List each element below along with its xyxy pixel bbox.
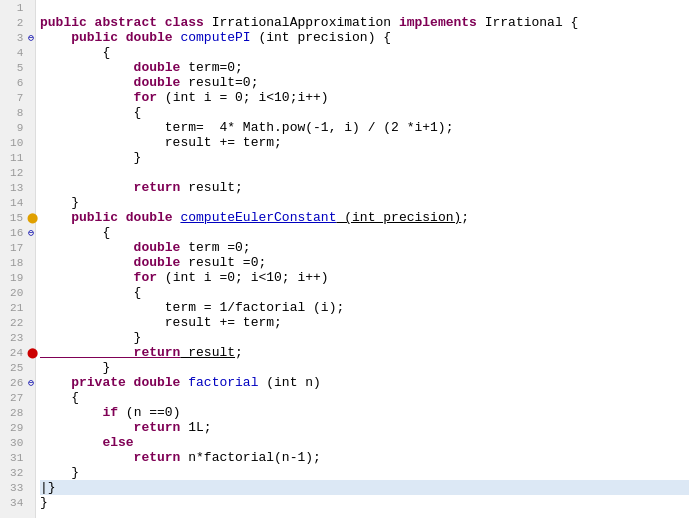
code-line-6: double result=0; [40, 75, 689, 90]
gutter-row-2: 2 [0, 15, 35, 30]
code-line-1 [40, 0, 689, 15]
line-number-6: 6 [0, 77, 27, 89]
gutter-row-9: 9 [0, 120, 35, 135]
gutter-row-18: 18 [0, 255, 35, 270]
code-line-21: term = 1/factorial (i); [40, 300, 689, 315]
code-line-33: |} [40, 480, 689, 495]
fold-icon-24: ⬤ [27, 347, 35, 359]
code-line-4: { [40, 45, 689, 60]
code-line-19: for (int i =0; i<10; i++) [40, 270, 689, 285]
line-number-28: 28 [0, 407, 27, 419]
code-line-27: { [40, 390, 689, 405]
code-editor: 123⊖456789101112131415⬤16⊖17181920212223… [0, 0, 689, 518]
gutter-row-14: 14 [0, 195, 35, 210]
line-number-12: 12 [0, 167, 27, 179]
line-number-31: 31 [0, 452, 27, 464]
line-number-16: 16 [0, 227, 27, 239]
gutter-row-4: 4 [0, 45, 35, 60]
gutter-row-10: 10 [0, 135, 35, 150]
gutter-row-19: 19 [0, 270, 35, 285]
line-number-2: 2 [0, 17, 27, 29]
gutter-row-24: 24⬤ [0, 345, 35, 360]
gutter-row-29: 29 [0, 420, 35, 435]
line-number-21: 21 [0, 302, 27, 314]
line-number-10: 10 [0, 137, 27, 149]
code-line-31: return n*factorial(n-1); [40, 450, 689, 465]
line-number-13: 13 [0, 182, 27, 194]
gutter-row-21: 21 [0, 300, 35, 315]
code-content-area[interactable]: public abstract class IrrationalApproxim… [36, 0, 689, 518]
gutter-row-30: 30 [0, 435, 35, 450]
gutter-row-28: 28 [0, 405, 35, 420]
line-number-7: 7 [0, 92, 27, 104]
code-line-5: double term=0; [40, 60, 689, 75]
line-number-25: 25 [0, 362, 27, 374]
code-line-15: public double computeEulerConstant (int … [40, 210, 689, 225]
gutter-row-23: 23 [0, 330, 35, 345]
gutter-row-3: 3⊖ [0, 30, 35, 45]
line-number-1: 1 [0, 2, 27, 14]
gutter-row-20: 20 [0, 285, 35, 300]
line-number-33: 33 [0, 482, 27, 494]
line-number-30: 30 [0, 437, 27, 449]
code-line-34: } [40, 495, 689, 510]
gutter-row-26: 26⊖ [0, 375, 35, 390]
gutter-row-1: 1 [0, 0, 35, 15]
code-line-18: double result =0; [40, 255, 689, 270]
code-line-10: result += term; [40, 135, 689, 150]
gutter-row-12: 12 [0, 165, 35, 180]
code-line-9: term= 4* Math.pow(-1, i) / (2 *i+1); [40, 120, 689, 135]
code-line-8: { [40, 105, 689, 120]
code-line-11: } [40, 150, 689, 165]
code-line-32: } [40, 465, 689, 480]
line-number-27: 27 [0, 392, 27, 404]
code-line-20: { [40, 285, 689, 300]
gutter-row-16: 16⊖ [0, 225, 35, 240]
code-line-30: else [40, 435, 689, 450]
code-line-25: } [40, 360, 689, 375]
line-number-24: 24 [0, 347, 27, 359]
gutter-row-7: 7 [0, 90, 35, 105]
line-number-34: 34 [0, 497, 27, 509]
gutter-row-22: 22 [0, 315, 35, 330]
gutter-row-31: 31 [0, 450, 35, 465]
code-line-12 [40, 165, 689, 180]
gutter-row-33: 33 [0, 480, 35, 495]
line-number-3: 3 [0, 32, 27, 44]
code-line-26: private double factorial (int n) [40, 375, 689, 390]
code-line-16: { [40, 225, 689, 240]
line-number-19: 19 [0, 272, 27, 284]
line-number-22: 22 [0, 317, 27, 329]
line-number-9: 9 [0, 122, 27, 134]
line-number-32: 32 [0, 467, 27, 479]
line-number-8: 8 [0, 107, 27, 119]
line-number-20: 20 [0, 287, 27, 299]
gutter-row-8: 8 [0, 105, 35, 120]
code-line-22: result += term; [40, 315, 689, 330]
line-number-23: 23 [0, 332, 27, 344]
gutter-row-27: 27 [0, 390, 35, 405]
code-line-7: for (int i = 0; i<10;i++) [40, 90, 689, 105]
gutter-row-15: 15⬤ [0, 210, 35, 225]
code-line-13: return result; [40, 180, 689, 195]
fold-icon-16[interactable]: ⊖ [27, 227, 35, 239]
code-line-17: double term =0; [40, 240, 689, 255]
fold-icon-15: ⬤ [27, 212, 35, 224]
line-number-4: 4 [0, 47, 27, 59]
line-number-15: 15 [0, 212, 27, 224]
line-number-26: 26 [0, 377, 27, 389]
fold-icon-3[interactable]: ⊖ [27, 32, 35, 44]
gutter-row-13: 13 [0, 180, 35, 195]
line-number-17: 17 [0, 242, 27, 254]
code-line-29: return 1L; [40, 420, 689, 435]
line-number-5: 5 [0, 62, 27, 74]
code-line-24: return result; [40, 345, 689, 360]
line-number-29: 29 [0, 422, 27, 434]
code-line-28: if (n ==0) [40, 405, 689, 420]
line-number-14: 14 [0, 197, 27, 209]
gutter-row-5: 5 [0, 60, 35, 75]
gutter-row-32: 32 [0, 465, 35, 480]
line-number-gutter: 123⊖456789101112131415⬤16⊖17181920212223… [0, 0, 36, 518]
gutter-row-17: 17 [0, 240, 35, 255]
fold-icon-26[interactable]: ⊖ [27, 377, 35, 389]
